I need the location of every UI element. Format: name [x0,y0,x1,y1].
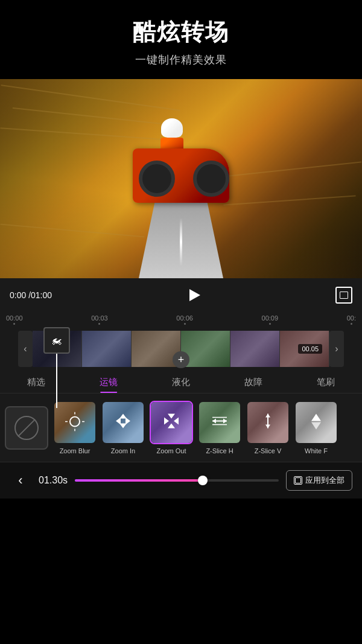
z-slice-v-thumb[interactable] [246,401,290,444]
playhead-line [56,354,57,408]
ruler-track: 00:00 00:03 00:06 00:09 00: [0,314,362,327]
z-slice-h-label: Z-Slice H [206,447,233,454]
wheel-front [193,161,229,197]
hero-title: 酷炫转场 [12,17,350,48]
duration-slider[interactable] [75,479,279,482]
svg-marker-22 [311,422,321,430]
ruler-time-0: 00:00 [6,314,23,322]
ruler-dot-0 [13,323,15,325]
playhead[interactable]: 🏍 [43,327,70,408]
svg-marker-12 [174,418,179,425]
play-icon [189,289,200,301]
svg-marker-11 [164,418,169,425]
add-clip-button[interactable]: + [173,351,189,368]
svg-marker-9 [168,414,175,419]
ruler-dot-4 [351,323,352,325]
zoom-out-label: Zoom Out [157,447,186,454]
apply-all-label: 应用到全部 [305,475,345,486]
effect-z-slice-v[interactable]: Z-Slice V [246,401,290,454]
tab-guzhang[interactable]: 故障 [240,377,267,388]
ruler-time-3: 00:09 [262,314,279,322]
slider-thumb[interactable] [198,476,208,485]
thumb-frame-1 [82,331,132,367]
playhead-moto-icon: 🏍 [51,334,62,347]
svg-marker-8 [125,418,130,425]
zoom-out-icon [162,412,181,434]
ruler-dot-2 [184,323,186,325]
thumb-nav-left[interactable]: ‹ [18,331,33,367]
ruler-mark-0: 00:00 [6,314,23,325]
duration-display: 01.30s [39,475,68,486]
effect-none[interactable] [5,406,48,450]
svg-marker-21 [311,414,321,421]
zoom-blur-icon [65,412,84,433]
z-slice-h-thumb[interactable] [198,401,241,444]
ruler-time-2: 00:06 [176,314,193,322]
apply-all-button[interactable]: 应用到全部 [286,470,352,491]
back-button[interactable]: ‹ [10,470,31,491]
z-slice-h-icon [210,412,229,434]
back-arrow-icon: ‹ [18,473,22,488]
timestamp-badge: 00.05 [298,344,322,354]
ruler-time-1: 00:03 [91,314,108,322]
tab-yunjing[interactable]: 运镜 [95,377,122,388]
fullscreen-icon [340,292,348,299]
svg-marker-7 [116,418,121,425]
none-effect-button[interactable] [5,406,48,450]
ruler-dot-1 [98,323,100,325]
thumbnail-area: 🏍 ‹ 🏍 › + 00.05 [0,327,362,371]
svg-marker-15 [212,419,216,424]
playback-bar: 0:00 /01:00 [0,278,362,312]
motorcycle-body [133,148,229,203]
thumb-nav-right[interactable]: › [329,331,344,367]
video-preview [0,79,362,278]
white-icon [306,412,326,434]
white-thumb[interactable] [294,401,338,444]
effect-white[interactable]: White F [294,401,338,454]
ruler-mark-1: 00:03 [91,314,108,325]
time-display: 0:00 /01:00 [10,290,52,300]
svg-marker-14 [223,419,227,424]
apply-icon [294,476,302,485]
ruler-mark-3: 00:09 [262,314,279,325]
ruler-mark-2: 00:06 [176,314,193,325]
rider-helmet [161,118,183,138]
no-effect-icon [14,416,39,440]
svg-marker-20 [265,425,270,429]
svg-marker-19 [265,414,270,418]
effect-z-slice-h[interactable]: Z-Slice H [198,401,241,454]
plus-icon: + [178,354,185,365]
thumb-frame-4 [230,331,280,367]
motorcycle [121,112,241,233]
zoom-in-thumb[interactable] [101,401,145,444]
timeline-ruler: 00:00 00:03 00:06 00:09 00: [0,312,362,327]
play-button[interactable] [183,284,205,306]
playhead-thumbnail: 🏍 [43,327,70,354]
white-label: White F [305,447,328,454]
z-slice-v-label: Z-Slice V [255,447,282,454]
zoom-blur-label: Zoom Blur [60,447,91,454]
fullscreen-button[interactable] [335,287,352,304]
svg-point-0 [70,417,80,427]
zoom-out-thumb[interactable] [150,401,193,444]
effect-zoom-in[interactable]: Zoom In [101,401,145,454]
tab-yehua[interactable]: 液化 [167,377,195,388]
z-slice-v-icon [258,412,278,434]
left-arrow-icon: ‹ [24,343,27,354]
hero-section: 酷炫转场 一键制作精美效果 [0,0,362,79]
bottom-controls: ‹ 01.30s 应用到全部 [0,462,362,499]
slider-fill [75,479,208,482]
effect-zoom-blur[interactable]: Zoom Blur [53,401,97,454]
ruler-dot-3 [269,323,271,325]
zoom-in-icon [113,412,133,434]
effect-zoom-out[interactable]: Zoom Out [150,401,193,454]
right-arrow-icon: › [335,343,338,354]
ruler-time-4: 00: [347,314,356,322]
hero-subtitle: 一键制作精美效果 [12,53,350,67]
video-background [0,79,362,278]
ruler-mark-4: 00: [347,314,356,325]
wheel-back [139,161,175,197]
ruler-marks: 00:00 00:03 00:06 00:09 00: [6,314,356,327]
zoom-in-label: Zoom In [111,447,135,454]
tab-bishua[interactable]: 笔刷 [312,377,340,388]
